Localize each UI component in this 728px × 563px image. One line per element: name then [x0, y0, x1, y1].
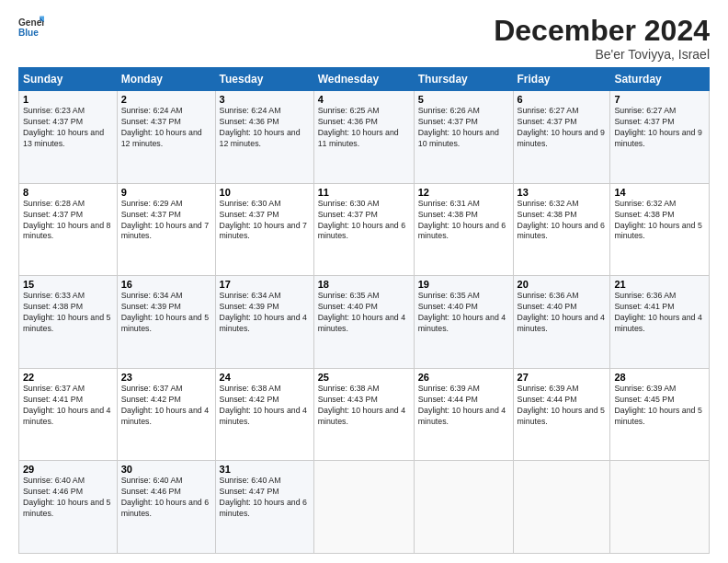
day-cell: 11Sunrise: 6:30 AMSunset: 4:37 PMDayligh…	[313, 183, 414, 276]
svg-text:Blue: Blue	[18, 28, 39, 38]
day-number: 31	[220, 464, 310, 475]
logo: General Blue	[18, 15, 44, 40]
day-number: 23	[121, 372, 211, 383]
day-cell: 30Sunrise: 6:40 AMSunset: 4:46 PMDayligh…	[117, 461, 215, 554]
day-detail: Sunrise: 6:35 AMSunset: 4:40 PMDaylight:…	[318, 291, 410, 335]
day-number: 2	[121, 94, 211, 105]
day-number: 5	[418, 94, 509, 105]
day-number: 3	[220, 94, 310, 105]
week-row-2: 8Sunrise: 6:28 AMSunset: 4:37 PMDaylight…	[19, 183, 710, 276]
day-number: 8	[23, 187, 113, 198]
day-cell: 18Sunrise: 6:35 AMSunset: 4:40 PMDayligh…	[313, 276, 414, 369]
day-cell: 21Sunrise: 6:36 AMSunset: 4:41 PMDayligh…	[610, 276, 710, 369]
day-number: 14	[614, 187, 705, 198]
day-cell: 25Sunrise: 6:38 AMSunset: 4:43 PMDayligh…	[313, 368, 414, 461]
day-cell: 4Sunrise: 6:25 AMSunset: 4:36 PMDaylight…	[313, 91, 414, 184]
day-number: 10	[220, 187, 310, 198]
col-wednesday: Wednesday	[313, 68, 414, 91]
col-thursday: Thursday	[414, 68, 513, 91]
day-detail: Sunrise: 6:28 AMSunset: 4:37 PMDaylight:…	[23, 199, 113, 243]
day-number: 15	[23, 279, 113, 290]
day-detail: Sunrise: 6:26 AMSunset: 4:37 PMDaylight:…	[418, 106, 509, 150]
day-detail: Sunrise: 6:40 AMSunset: 4:46 PMDaylight:…	[121, 476, 211, 520]
day-detail: Sunrise: 6:32 AMSunset: 4:38 PMDaylight:…	[614, 199, 705, 243]
day-number: 20	[518, 279, 607, 290]
day-number: 1	[23, 94, 113, 105]
day-cell: 12Sunrise: 6:31 AMSunset: 4:38 PMDayligh…	[414, 183, 513, 276]
day-detail: Sunrise: 6:27 AMSunset: 4:37 PMDaylight:…	[614, 106, 705, 150]
day-detail: Sunrise: 6:40 AMSunset: 4:46 PMDaylight:…	[23, 476, 113, 520]
day-detail: Sunrise: 6:36 AMSunset: 4:41 PMDaylight:…	[614, 291, 705, 335]
day-cell: 14Sunrise: 6:32 AMSunset: 4:38 PMDayligh…	[610, 183, 710, 276]
col-saturday: Saturday	[610, 68, 710, 91]
day-number: 29	[23, 464, 113, 475]
day-cell: 20Sunrise: 6:36 AMSunset: 4:40 PMDayligh…	[513, 276, 610, 369]
day-number: 11	[318, 187, 410, 198]
day-number: 13	[518, 187, 607, 198]
day-number: 26	[418, 372, 509, 383]
day-cell: 23Sunrise: 6:37 AMSunset: 4:42 PMDayligh…	[117, 368, 215, 461]
day-cell: 6Sunrise: 6:27 AMSunset: 4:37 PMDaylight…	[513, 91, 610, 184]
day-cell: 15Sunrise: 6:33 AMSunset: 4:38 PMDayligh…	[19, 276, 118, 369]
day-detail: Sunrise: 6:24 AMSunset: 4:37 PMDaylight:…	[121, 106, 211, 150]
calendar-header-row: Sunday Monday Tuesday Wednesday Thursday…	[19, 68, 710, 91]
day-detail: Sunrise: 6:35 AMSunset: 4:40 PMDaylight:…	[418, 291, 509, 335]
day-detail: Sunrise: 6:25 AMSunset: 4:36 PMDaylight:…	[318, 106, 410, 150]
day-detail: Sunrise: 6:40 AMSunset: 4:47 PMDaylight:…	[220, 476, 310, 520]
week-row-4: 22Sunrise: 6:37 AMSunset: 4:41 PMDayligh…	[19, 368, 710, 461]
day-number: 16	[121, 279, 211, 290]
day-cell: 8Sunrise: 6:28 AMSunset: 4:37 PMDaylight…	[19, 183, 118, 276]
day-cell: 13Sunrise: 6:32 AMSunset: 4:38 PMDayligh…	[513, 183, 610, 276]
page: General Blue December 2024 Be'er Toviyya…	[0, 0, 728, 563]
day-number: 22	[23, 372, 113, 383]
day-number: 12	[418, 187, 509, 198]
day-number: 27	[518, 372, 607, 383]
logo-icon: General Blue	[18, 15, 44, 40]
month-title: December 2024	[494, 15, 710, 47]
week-row-3: 15Sunrise: 6:33 AMSunset: 4:38 PMDayligh…	[19, 276, 710, 369]
day-detail: Sunrise: 6:30 AMSunset: 4:37 PMDaylight:…	[318, 199, 410, 243]
day-cell: 5Sunrise: 6:26 AMSunset: 4:37 PMDaylight…	[414, 91, 513, 184]
day-cell: 2Sunrise: 6:24 AMSunset: 4:37 PMDaylight…	[117, 91, 215, 184]
col-friday: Friday	[513, 68, 610, 91]
day-detail: Sunrise: 6:27 AMSunset: 4:37 PMDaylight:…	[518, 106, 607, 150]
day-number: 9	[121, 187, 211, 198]
day-cell: 28Sunrise: 6:39 AMSunset: 4:45 PMDayligh…	[610, 368, 710, 461]
day-number: 28	[614, 372, 705, 383]
col-sunday: Sunday	[19, 68, 118, 91]
day-detail: Sunrise: 6:34 AMSunset: 4:39 PMDaylight:…	[121, 291, 211, 335]
day-number: 18	[318, 279, 410, 290]
day-number: 7	[614, 94, 705, 105]
day-detail: Sunrise: 6:33 AMSunset: 4:38 PMDaylight:…	[23, 291, 113, 335]
day-detail: Sunrise: 6:38 AMSunset: 4:42 PMDaylight:…	[220, 384, 310, 428]
day-cell: 7Sunrise: 6:27 AMSunset: 4:37 PMDaylight…	[610, 91, 710, 184]
day-detail: Sunrise: 6:39 AMSunset: 4:44 PMDaylight:…	[518, 384, 607, 428]
day-detail: Sunrise: 6:38 AMSunset: 4:43 PMDaylight:…	[318, 384, 410, 428]
day-number: 24	[220, 372, 310, 383]
day-cell: 24Sunrise: 6:38 AMSunset: 4:42 PMDayligh…	[215, 368, 313, 461]
calendar-table: Sunday Monday Tuesday Wednesday Thursday…	[18, 67, 710, 554]
day-cell: 22Sunrise: 6:37 AMSunset: 4:41 PMDayligh…	[19, 368, 118, 461]
day-detail: Sunrise: 6:37 AMSunset: 4:42 PMDaylight:…	[121, 384, 211, 428]
day-detail: Sunrise: 6:34 AMSunset: 4:39 PMDaylight:…	[220, 291, 310, 335]
day-cell	[513, 461, 610, 554]
day-number: 21	[614, 279, 705, 290]
day-detail: Sunrise: 6:30 AMSunset: 4:37 PMDaylight:…	[220, 199, 310, 243]
day-cell: 9Sunrise: 6:29 AMSunset: 4:37 PMDaylight…	[117, 183, 215, 276]
day-detail: Sunrise: 6:29 AMSunset: 4:37 PMDaylight:…	[121, 199, 211, 243]
day-detail: Sunrise: 6:24 AMSunset: 4:36 PMDaylight:…	[220, 106, 310, 150]
day-cell: 3Sunrise: 6:24 AMSunset: 4:36 PMDaylight…	[215, 91, 313, 184]
day-cell: 17Sunrise: 6:34 AMSunset: 4:39 PMDayligh…	[215, 276, 313, 369]
day-number: 30	[121, 464, 211, 475]
day-detail: Sunrise: 6:31 AMSunset: 4:38 PMDaylight:…	[418, 199, 509, 243]
week-row-5: 29Sunrise: 6:40 AMSunset: 4:46 PMDayligh…	[19, 461, 710, 554]
day-detail: Sunrise: 6:23 AMSunset: 4:37 PMDaylight:…	[23, 106, 113, 150]
day-number: 19	[418, 279, 509, 290]
week-row-1: 1Sunrise: 6:23 AMSunset: 4:37 PMDaylight…	[19, 91, 710, 184]
day-cell	[313, 461, 414, 554]
col-tuesday: Tuesday	[215, 68, 313, 91]
header: General Blue December 2024 Be'er Toviyya…	[18, 15, 710, 62]
day-cell: 26Sunrise: 6:39 AMSunset: 4:44 PMDayligh…	[414, 368, 513, 461]
day-cell	[610, 461, 710, 554]
day-number: 4	[318, 94, 410, 105]
